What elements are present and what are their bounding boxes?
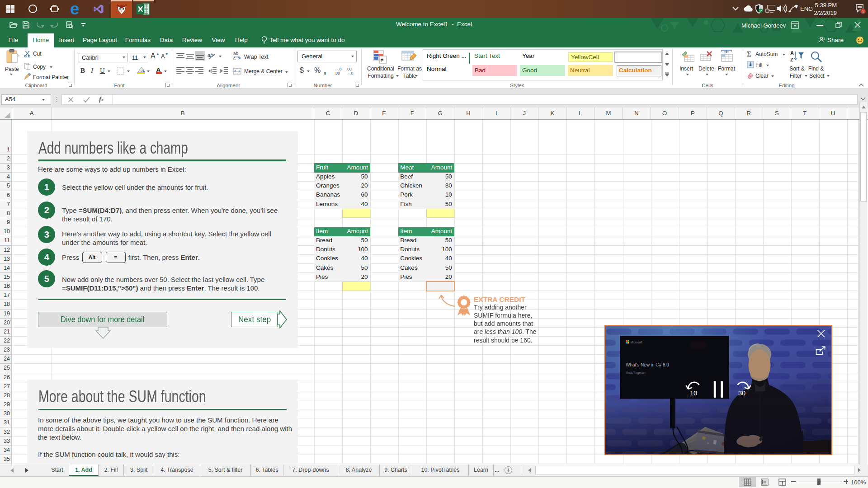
svg-text:c: c: [233, 56, 236, 61]
svg-text:30: 30: [738, 389, 745, 396]
svg-text:≠: ≠: [381, 57, 384, 63]
svg-text:ab: ab: [208, 52, 213, 58]
svg-text:10: 10: [690, 389, 697, 396]
svg-text:Z: Z: [790, 57, 793, 62]
svg-text:.00: .00: [335, 71, 340, 75]
svg-text:A: A: [790, 50, 794, 56]
svg-text:ab: ab: [233, 51, 239, 56]
svg-text:→.0: →.0: [346, 71, 354, 75]
